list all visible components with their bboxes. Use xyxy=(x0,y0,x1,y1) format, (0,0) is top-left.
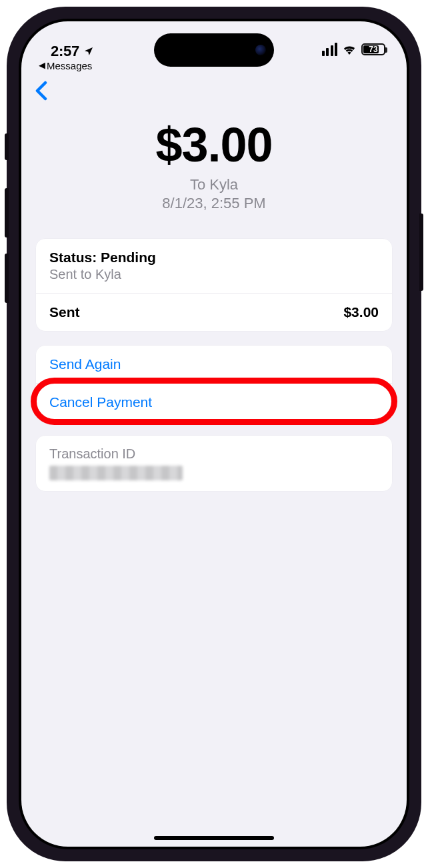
status-row: Status: Pending Sent to Kyla xyxy=(36,239,392,293)
location-icon xyxy=(83,46,94,57)
nav-bar xyxy=(21,75,407,109)
status-card: Status: Pending Sent to Kyla Sent $3.00 xyxy=(36,239,392,331)
cancel-payment-button[interactable]: Cancel Payment xyxy=(36,383,392,421)
status-time-group: 2:57 xyxy=(51,43,94,60)
breadcrumb-back[interactable]: ◀ Messages xyxy=(39,60,92,71)
content-area: Status: Pending Sent to Kyla Sent $3.00 … xyxy=(21,239,407,491)
status-line: Status: Pending xyxy=(49,250,379,266)
home-indicator[interactable] xyxy=(154,836,274,840)
breadcrumb-label: Messages xyxy=(47,60,92,71)
status-bar: 2:57 73 xyxy=(21,21,407,60)
recipient-line: To Kyla xyxy=(21,176,407,193)
amount-header: $3.00 To Kyla 8/1/23, 2:55 PM xyxy=(21,117,407,212)
battery-percent: 73 xyxy=(363,45,384,54)
sent-amount: $3.00 xyxy=(343,304,379,320)
chevron-left-small-icon: ◀ xyxy=(39,60,45,70)
transaction-id-value xyxy=(49,466,183,480)
side-button xyxy=(419,213,423,291)
sent-label: Sent xyxy=(49,304,80,320)
back-button[interactable] xyxy=(35,81,48,103)
status-right-group: 73 xyxy=(322,43,386,56)
device-frame: 2:57 73 ◀ Messages xyxy=(7,7,421,861)
actions-card: Send Again Cancel Payment xyxy=(36,346,392,421)
transaction-id-label: Transaction ID xyxy=(49,446,379,462)
wifi-icon xyxy=(342,44,357,55)
volume-down-button xyxy=(5,254,9,303)
ringer-switch xyxy=(5,133,9,160)
chevron-left-icon xyxy=(35,81,48,101)
volume-up-button xyxy=(5,188,9,238)
status-time: 2:57 xyxy=(51,43,79,60)
transaction-id-row: Transaction ID xyxy=(36,436,392,491)
screen: 2:57 73 ◀ Messages xyxy=(21,21,407,847)
amount-value: $3.00 xyxy=(21,117,407,172)
cellular-icon xyxy=(322,43,338,56)
send-again-button[interactable]: Send Again xyxy=(36,346,392,383)
status-sub: Sent to Kyla xyxy=(49,267,379,282)
sent-row: Sent $3.00 xyxy=(36,293,392,331)
device-bezel: 2:57 73 ◀ Messages xyxy=(19,19,409,849)
transaction-id-card: Transaction ID xyxy=(36,436,392,491)
battery-icon: 73 xyxy=(361,43,385,55)
datetime-line: 8/1/23, 2:55 PM xyxy=(21,195,407,212)
